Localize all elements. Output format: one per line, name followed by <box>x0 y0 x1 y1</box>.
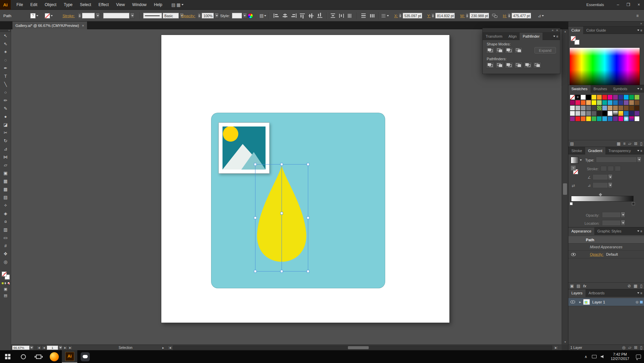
pencil-tool[interactable]: ✎ <box>0 105 11 113</box>
swatch[interactable] <box>580 100 586 105</box>
appearance-opacity-link[interactable]: Opacity: <box>590 252 603 256</box>
swatch[interactable] <box>629 100 634 105</box>
artboard-number-field[interactable]: 1 <box>47 346 58 350</box>
clear-appearance-icon[interactable]: ⊘ <box>628 284 631 288</box>
screen-mode-button[interactable]: ▤ <box>4 293 7 297</box>
exclude-button[interactable] <box>514 47 523 53</box>
close-button[interactable]: × <box>634 0 644 10</box>
gradient-location-field[interactable] <box>602 220 621 226</box>
scroll-up-icon[interactable]: ▲ <box>562 29 568 34</box>
last-artboard-button[interactable]: ▶ <box>68 346 73 350</box>
swatch[interactable] <box>602 111 607 116</box>
dock-collapse-strip[interactable]: » <box>568 22 644 27</box>
swatch[interactable] <box>634 116 640 121</box>
appearance-list-icon[interactable]: ▤ <box>576 284 580 288</box>
visibility-eye-icon[interactable] <box>571 253 576 256</box>
tab-gradient[interactable]: Gradient <box>585 147 605 154</box>
opacity-dropdown[interactable] <box>214 13 219 19</box>
align-right-icon[interactable] <box>291 13 296 18</box>
y-field[interactable]: 814.832 pt <box>435 13 455 19</box>
brush-definition-field[interactable]: Basic <box>163 13 179 19</box>
stroke-color-control[interactable] <box>45 10 53 22</box>
color-spectrum[interactable] <box>569 47 640 88</box>
status-menu-arrow-icon[interactable]: ▸ <box>162 345 164 350</box>
swatch[interactable] <box>586 116 591 121</box>
align-left-icon[interactable] <box>274 13 279 18</box>
swatch[interactable] <box>575 111 580 116</box>
taskbar-discord[interactable] <box>77 350 93 363</box>
column-graph-tool[interactable]: ▥ <box>0 226 11 234</box>
swatch[interactable] <box>607 111 613 116</box>
swatches-panel-menu[interactable]: ≡ <box>637 85 642 93</box>
gradient-aspect-field[interactable] <box>593 182 608 188</box>
next-artboard-button[interactable]: ▶ <box>63 346 68 350</box>
horizontal-scroll-thumb[interactable] <box>348 346 369 349</box>
magic-wand-tool[interactable]: ✶ <box>0 48 11 56</box>
swatch[interactable] <box>634 95 640 100</box>
gradient-opacity-field[interactable] <box>602 212 621 218</box>
swatch[interactable] <box>629 111 634 116</box>
w-link[interactable]: W: <box>460 14 465 18</box>
reference-point-grid[interactable] <box>381 14 386 18</box>
gradient-location-arrow[interactable] <box>621 220 625 226</box>
tab-graphic-styles[interactable]: Graphic Styles <box>594 227 625 235</box>
swatch[interactable] <box>575 116 580 121</box>
width-tool[interactable]: ⋈ <box>0 153 11 161</box>
h-field[interactable]: 475.477 pt <box>512 13 531 19</box>
opacity-stepper[interactable] <box>198 13 201 19</box>
gradient-button[interactable] <box>4 282 7 285</box>
swatch[interactable] <box>623 116 629 121</box>
new-layer-icon[interactable]: ⊞ <box>634 345 637 350</box>
type-tool[interactable]: T <box>0 72 11 80</box>
draw-mode-button[interactable]: ▣ <box>4 287 7 291</box>
swatch[interactable] <box>634 105 640 111</box>
pathfinder-panel-menu[interactable]: ≡ <box>553 33 558 40</box>
swatch[interactable] <box>629 116 634 121</box>
perspective-grid-tool[interactable]: ▦ <box>0 177 11 185</box>
swatch-registration[interactable] <box>575 95 580 100</box>
tab-stroke[interactable]: Stroke <box>568 147 585 154</box>
y-link[interactable]: Y: <box>427 14 431 18</box>
swatch[interactable] <box>575 100 580 105</box>
blue-card-shape[interactable] <box>211 113 385 288</box>
zoom-field[interactable]: 66.67% <box>12 346 30 350</box>
swatch[interactable] <box>613 111 618 116</box>
shape-builder-tool[interactable]: ▣ <box>0 169 11 177</box>
fill-color-control[interactable]: ? <box>30 10 38 22</box>
document-tab[interactable]: Gallery.ai* @ 66.67% (CMYK/Preview) × <box>12 22 87 29</box>
new-color-group-icon[interactable]: ▱ <box>628 141 631 146</box>
gradient-stop-start[interactable] <box>570 202 573 205</box>
swatch[interactable] <box>618 116 623 121</box>
taskbar-firefox[interactable] <box>46 350 62 363</box>
menu-select[interactable]: Select <box>76 0 95 10</box>
swatch[interactable] <box>570 105 575 111</box>
start-button[interactable] <box>0 350 15 363</box>
delete-item-icon[interactable]: ▯ <box>640 284 642 288</box>
swatch[interactable] <box>613 116 618 121</box>
opacity-link[interactable]: Opacity: <box>181 14 195 18</box>
layer-row[interactable]: ▸ Layer 1 ◎ <box>568 298 644 306</box>
gradient-type-arrow[interactable] <box>637 157 641 162</box>
align-center-icon[interactable] <box>282 13 288 18</box>
h-stepper[interactable] <box>508 13 511 19</box>
fill-stroke-indicator[interactable]: ? <box>2 271 10 280</box>
tab-brushes[interactable]: Brushes <box>591 85 610 93</box>
vertical-scroll-thumb[interactable] <box>563 183 567 195</box>
swatch[interactable] <box>618 95 623 100</box>
restore-button[interactable]: ❐ <box>623 0 634 10</box>
swatch[interactable] <box>602 116 607 121</box>
swatch[interactable] <box>623 105 629 111</box>
gradient-opacity-arrow[interactable] <box>621 212 625 218</box>
swatch[interactable] <box>597 111 602 116</box>
scroll-right-icon[interactable]: ▶ <box>554 346 558 350</box>
gradient-stop-end[interactable] <box>632 202 635 205</box>
search-button[interactable] <box>15 350 31 363</box>
horizontal-scrollbar[interactable] <box>173 346 552 350</box>
layer-visibility-cell[interactable] <box>568 300 577 303</box>
gradient-reverse-icon[interactable]: ⇄ <box>572 183 575 188</box>
intersect-button[interactable] <box>505 47 513 53</box>
duplicate-item-icon[interactable]: ▦ <box>634 284 637 288</box>
panel-collapse-icon[interactable]: « <box>552 29 554 32</box>
swatch[interactable] <box>607 95 613 100</box>
swatch[interactable] <box>591 100 597 105</box>
